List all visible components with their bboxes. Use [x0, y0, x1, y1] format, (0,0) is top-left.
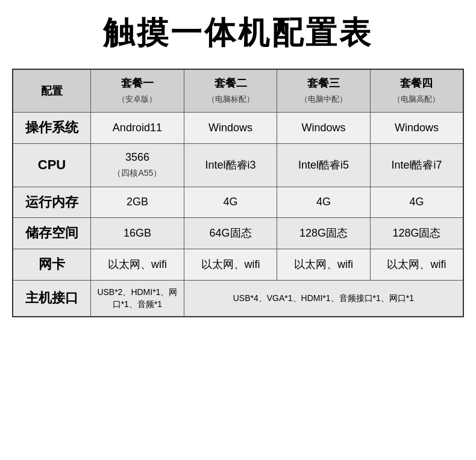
network-pkg1: 以太网、wifi [91, 249, 184, 281]
row-interface: 主机接口 USB*2、HDMI*1、网口*1、音频*1 USB*4、VGA*1、… [13, 280, 463, 317]
network-pkg2: 以太网、wifi [184, 249, 277, 281]
pkg4-sub-label: （电脑高配） [393, 95, 440, 104]
interface-pkg1: USB*2、HDMI*1、网口*1、音频*1 [91, 280, 184, 317]
pkg3-main-label: 套餐三 [307, 77, 340, 89]
pkg2-main-label: 套餐二 [215, 77, 247, 89]
storage-pkg1: 16GB [91, 218, 184, 249]
row-ram: 运行内存 2GB 4G 4G 4G [13, 187, 463, 218]
page-title: 触摸一体机配置表 [103, 12, 373, 54]
os-pkg4: Windows [370, 113, 463, 144]
header-config: 配置 [13, 69, 91, 113]
ram-pkg4: 4G [370, 187, 463, 218]
ram-pkg3: 4G [277, 187, 371, 218]
pkg4-main-label: 套餐四 [400, 77, 433, 89]
network-pkg3: 以太网、wifi [277, 249, 371, 281]
ram-pkg1: 2GB [91, 187, 184, 218]
os-pkg2: Windows [184, 113, 277, 144]
os-pkg1: Android11 [91, 113, 184, 144]
cpu-pkg1-main: 3566 [125, 151, 149, 163]
pkg1-main-label: 套餐一 [121, 77, 154, 89]
storage-pkg4: 128G固态 [370, 218, 463, 249]
os-pkg3: Windows [277, 113, 371, 144]
cpu-pkg1: 3566 （四核A55） [91, 144, 184, 187]
pkg3-sub-label: （电脑中配） [300, 95, 347, 104]
network-pkg4: 以太网、wifi [370, 249, 463, 281]
cpu-pkg3: Intel酷睿i5 [277, 144, 371, 187]
cpu-pkg1-sub: （四核A55） [113, 168, 161, 178]
header-row: 配置 套餐一 （安卓版） 套餐二 （电脑标配） 套餐三 （电脑中配） 套餐四 （… [13, 69, 463, 113]
label-ram: 运行内存 [13, 187, 91, 218]
row-storage: 储存空间 16GB 64G固态 128G固态 128G固态 [13, 218, 463, 249]
label-network: 网卡 [13, 249, 91, 281]
row-os: 操作系统 Android11 Windows Windows Windows [13, 113, 463, 144]
interface-pkg234: USB*4、VGA*1、HDMI*1、音频接口*1、网口*1 [184, 280, 463, 317]
label-storage: 储存空间 [13, 218, 91, 249]
header-pkg3: 套餐三 （电脑中配） [277, 69, 371, 113]
cpu-pkg4: Intel酷睿i7 [370, 144, 463, 187]
label-cpu: CPU [13, 144, 91, 187]
header-pkg4: 套餐四 （电脑高配） [370, 69, 463, 113]
row-cpu: CPU 3566 （四核A55） Intel酷睿i3 Intel酷睿i5 Int… [13, 144, 463, 187]
label-interface: 主机接口 [13, 280, 91, 317]
label-os: 操作系统 [13, 113, 91, 144]
row-network: 网卡 以太网、wifi 以太网、wifi 以太网、wifi 以太网、wifi [13, 249, 463, 281]
storage-pkg3: 128G固态 [277, 218, 371, 249]
config-table: 配置 套餐一 （安卓版） 套餐二 （电脑标配） 套餐三 （电脑中配） 套餐四 （… [12, 69, 464, 317]
ram-pkg2: 4G [184, 187, 277, 218]
pkg2-sub-label: （电脑标配） [207, 95, 254, 104]
pkg1-sub-label: （安卓版） [117, 95, 157, 104]
storage-pkg2: 64G固态 [184, 218, 277, 249]
header-pkg2: 套餐二 （电脑标配） [184, 69, 277, 113]
header-pkg1: 套餐一 （安卓版） [91, 69, 184, 113]
cpu-pkg2: Intel酷睿i3 [184, 144, 277, 187]
